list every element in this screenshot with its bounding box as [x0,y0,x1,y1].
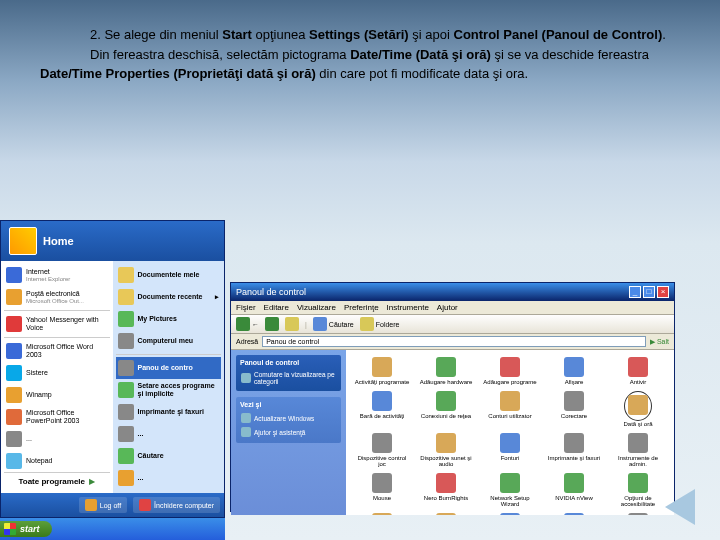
switch-view-link[interactable]: Comutare la vizualizarea pe categorii [240,369,337,387]
cp-icon [628,513,648,515]
side-panel: Panoul de control Comutare la vizualizar… [231,350,346,515]
menu-item[interactable]: Instrumente [387,303,429,312]
start-item[interactable]: Notepad [4,450,110,472]
control-panel-item[interactable]: Opţiuni Internet [479,511,541,515]
up-button[interactable] [285,317,299,331]
app-icon [6,409,22,425]
control-panel-item[interactable]: Corectare [543,389,605,429]
start-item[interactable]: ... [4,428,110,450]
minimize-button[interactable]: _ [629,286,641,298]
start-item[interactable]: Computerul meu [116,330,222,352]
start-item[interactable]: Documentele mele [116,264,222,286]
prev-slide-arrow[interactable] [665,489,695,525]
start-item[interactable]: Yahoo! Messenger with Voice [4,313,110,335]
cp-icon [564,513,584,515]
cp-label: Instrumente de admin. [609,455,667,467]
control-panel-item[interactable]: Activităţi programate [351,355,413,387]
close-button[interactable]: × [657,286,669,298]
control-panel-item[interactable]: Opţiuni de alimentare [351,511,413,515]
back-icon [236,317,250,331]
cp-icon [500,391,520,411]
menu-item[interactable]: Preferinţe [344,303,379,312]
see-also-link[interactable]: Ajutor şi asistenţă [240,425,337,439]
control-panel-item[interactable]: Bară de activităţi [351,389,413,429]
maximize-button[interactable]: □ [643,286,655,298]
control-panel-item[interactable]: Adăugare hardware [415,355,477,387]
cp-icon [372,357,392,377]
logoff-button[interactable]: Log off [79,497,127,513]
forward-button[interactable] [265,317,279,331]
control-panel-item[interactable]: Adăugare programe [479,355,541,387]
cp-label: Opţiuni de accesibilitate [609,495,667,507]
control-panel-item[interactable]: Instrumente de admin. [607,431,669,469]
control-panel-window: Panoul de control _ □ × FişierEditareViz… [230,282,675,512]
cp-label: Antivir [630,379,647,385]
back-button[interactable]: ← [236,317,259,331]
control-panel-item[interactable]: Conexiuni de reţea [415,389,477,429]
control-panel-item[interactable]: Opţiuni folder [415,511,477,515]
cp-label: Dispozitive sunet şi audio [417,455,475,467]
highlight-circle [624,391,652,421]
cp-label: Activităţi programate [355,379,410,385]
control-panel-item[interactable]: Dată şi oră [607,389,669,429]
menu-item[interactable]: Fişier [236,303,256,312]
start-item[interactable]: Sistere [4,362,110,384]
menu-bar: FişierEditareVizualizarePreferinţeInstru… [231,301,674,315]
control-panel-item[interactable]: Opţiuni de accesibilitate [607,471,669,509]
control-panel-item[interactable]: Panou de contro [116,357,222,379]
cp-label: Conturi utilizator [488,413,531,419]
cp-label: Dispozitive control joc [353,455,411,467]
start-item[interactable]: Setare acces programe şi implicite [116,379,222,401]
folders-button[interactable]: Foldere [360,317,400,331]
control-panel-item[interactable]: Network Setup Wizard [479,471,541,509]
start-item[interactable]: Căutare [116,445,222,467]
window-titlebar: Panoul de control _ □ × [231,283,674,301]
control-panel-item[interactable]: Antivir [607,355,669,387]
start-item[interactable]: Microsoft Office Word 2003 [4,340,110,362]
start-item[interactable]: InternetInternet Explorer [4,264,110,286]
instruction-text: 2. Se alege din meniul Start opţiunea Se… [0,0,720,94]
start-item[interactable]: Winamp [4,384,110,406]
control-panel-item[interactable]: Dispozitive sunet şi audio [415,431,477,469]
app-icon [6,387,22,403]
start-item[interactable]: Documente recente▸ [116,286,222,308]
control-panel-item[interactable]: Opţiuni telefon şi modem [607,511,669,515]
shutdown-button[interactable]: Închidere computer [133,497,220,513]
see-also-link[interactable]: Actualizare Windows [240,411,337,425]
control-panel-item[interactable]: Dispozitive control joc [351,431,413,469]
cp-label: Corectare [561,413,587,419]
menu-item[interactable]: Vizualizare [297,303,336,312]
search-button[interactable]: Căutare [313,317,354,331]
cp-icon [628,395,648,415]
start-item[interactable]: Poştă electronicăMicrosoft Office Out... [4,286,110,308]
control-panel-item[interactable]: Imprimante şi faxuri [543,431,605,469]
address-input[interactable] [262,336,646,347]
cp-label: Fonturi [501,455,520,461]
cp-label: Adăugare programe [483,379,536,385]
control-panel-item[interactable]: Opţiuni regionale [543,511,605,515]
menu-item[interactable]: Ajutor [437,303,458,312]
control-panel-item[interactable]: Mouse [351,471,413,509]
start-item[interactable]: ... [116,423,222,445]
cp-icon [500,473,520,493]
start-item[interactable]: ... [116,467,222,489]
all-programs[interactable]: Toate programele ▶ [4,472,110,490]
start-item[interactable]: Microsoft Office PowerPoint 2003 [4,406,110,428]
control-panel-item[interactable]: Conturi utilizator [479,389,541,429]
go-button[interactable]: ▶ Salt [650,338,669,346]
control-panel-item[interactable]: NVIDIA nView [543,471,605,509]
cp-icon [628,357,648,377]
start-item[interactable]: My Pictures [116,308,222,330]
side-panel-title: Panoul de control [240,359,337,366]
control-panel-item[interactable]: Afişare [543,355,605,387]
start-menu-right: Documentele meleDocumente recente▸My Pic… [113,261,225,493]
control-panel-item[interactable]: Fonturi [479,431,541,469]
menu-item[interactable]: Editare [264,303,289,312]
control-panel-item[interactable]: Nero BurnRights [415,471,477,509]
cp-label: Network Setup Wizard [481,495,539,507]
start-item[interactable]: Imprimante şi faxuri [116,401,222,423]
address-bar: Adresă ▶ Salt [231,334,674,350]
cp-label: Nero BurnRights [424,495,468,501]
cp-icon [436,473,456,493]
start-button[interactable]: start [0,521,52,537]
